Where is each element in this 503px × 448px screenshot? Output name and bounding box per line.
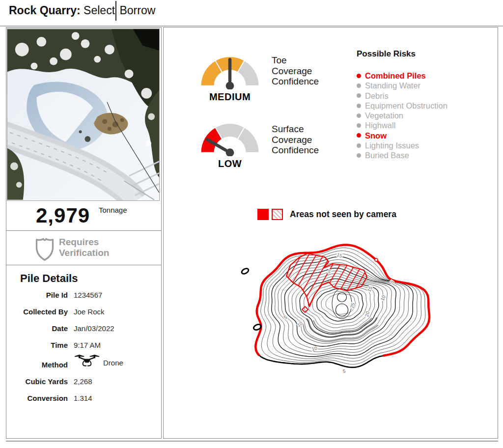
aerial-photo[interactable] bbox=[7, 28, 160, 201]
map-legend: Areas not seen by camera bbox=[257, 209, 396, 220]
detail-value: 1234567 bbox=[74, 291, 102, 299]
verification-section: Requires Verification bbox=[6, 231, 161, 265]
rock-quarry-page: Rock Quarry: Select Borrow bbox=[0, 0, 503, 448]
shield-icon bbox=[34, 234, 56, 262]
detail-label: Cubic Yards bbox=[6, 377, 68, 386]
risk-bullet-icon bbox=[357, 104, 361, 108]
risk-label: Equipment Obstruction bbox=[365, 101, 447, 111]
pile-name-before-caret: Select bbox=[81, 4, 115, 17]
legend-hatched-swatch bbox=[272, 209, 283, 220]
risk-item: Snow bbox=[357, 131, 489, 140]
surface-coverage-gauge: LOW bbox=[198, 118, 262, 158]
page-title[interactable]: Rock Quarry: Select Borrow bbox=[9, 4, 155, 17]
contour-elevation-label: 5 bbox=[283, 314, 288, 321]
risk-list: Combined PilesStanding WaterDebrisEquipm… bbox=[357, 71, 489, 161]
risk-bullet-icon bbox=[357, 93, 361, 98]
risk-bullet-icon bbox=[357, 84, 361, 88]
risk-item: Debris bbox=[357, 91, 489, 101]
quarry-name-label: Rock Quarry: bbox=[9, 4, 81, 17]
risk-item: Lighting Issues bbox=[357, 140, 489, 150]
pile-name-after-caret: Borrow bbox=[116, 4, 155, 17]
pile-details-section: Pile Details Pile Id1234567Collected ByJ… bbox=[6, 265, 161, 411]
detail-label: Conversion bbox=[6, 394, 68, 402]
detail-row: Cubic Yards2,268 bbox=[6, 377, 161, 386]
contour-elevation-label: 20 bbox=[364, 310, 370, 317]
header-divider bbox=[0, 26, 503, 27]
risk-item: Equipment Obstruction bbox=[357, 101, 489, 111]
risk-bullet-icon bbox=[357, 113, 361, 118]
risk-label: Highwall bbox=[365, 120, 395, 130]
pile-details-rows: Pile Id1234567Collected ByJoe RockDateJa… bbox=[6, 291, 161, 402]
risk-label: Vegetation bbox=[365, 111, 403, 120]
legend-label: Areas not seen by camera bbox=[290, 209, 396, 220]
method-icon-wrap bbox=[74, 353, 100, 369]
contour-elevation-label: 15 bbox=[336, 252, 343, 259]
detail-value: 1.314 bbox=[74, 394, 92, 402]
footer-divider bbox=[6, 441, 498, 442]
risk-label: Standing Water bbox=[365, 81, 420, 90]
detail-row: Time9:17 AM bbox=[6, 341, 161, 349]
detail-row: MethodDrone bbox=[6, 358, 161, 369]
drone-icon bbox=[74, 353, 100, 367]
detail-value: Jan/03/2022 bbox=[74, 324, 114, 333]
risk-label: Combined Piles bbox=[365, 71, 426, 81]
risk-item: Vegetation bbox=[357, 111, 489, 120]
detail-label: Collected By bbox=[6, 308, 68, 316]
risk-bullet-icon bbox=[357, 153, 361, 158]
tonnage-label: Tonnage bbox=[99, 206, 127, 214]
tonnage-section: 2,979 Tonnage bbox=[6, 202, 161, 231]
risk-item: Standing Water bbox=[357, 81, 489, 90]
detail-value: Drone bbox=[74, 358, 123, 367]
detail-value: 9:17 AM bbox=[74, 341, 101, 349]
possible-risks-title: Possible Risks bbox=[357, 49, 489, 59]
pile-summary-panel: 2,979 Tonnage Requires Verification Pile… bbox=[6, 27, 162, 439]
risk-label: Buried Base bbox=[365, 150, 409, 160]
gauge-dial bbox=[198, 118, 262, 158]
gauge-level-label: MEDIUM bbox=[198, 91, 262, 103]
toe-coverage-gauge: MEDIUM bbox=[198, 51, 262, 91]
aerial-photo-graphic bbox=[7, 28, 159, 200]
possible-risks-panel: Possible Risks Combined PilesStanding Wa… bbox=[357, 49, 489, 161]
risk-bullet-icon bbox=[357, 133, 361, 138]
detail-row: DateJan/03/2022 bbox=[6, 324, 161, 333]
risk-bullet-icon bbox=[357, 123, 361, 128]
contour-elevation-label: 10 bbox=[311, 345, 318, 352]
gauge-level-label: LOW bbox=[198, 158, 262, 169]
risk-bullet-icon bbox=[357, 74, 361, 78]
detail-row: Conversion1.314 bbox=[6, 394, 161, 402]
contour-elevation-label: 10 bbox=[380, 294, 387, 302]
risk-item: Combined Piles bbox=[357, 71, 489, 81]
detail-label: Time bbox=[6, 341, 68, 349]
gauge-dial bbox=[198, 51, 262, 91]
toe-coverage-gauge-title: ToeCoverageConfidence bbox=[272, 55, 319, 87]
contour-elevation-label: 5 bbox=[342, 368, 346, 374]
analysis-panel: MEDIUM ToeCoverageConfidence LOW Surface… bbox=[163, 27, 498, 439]
risk-item: Buried Base bbox=[357, 150, 489, 160]
contour-elevation-label: 15 bbox=[366, 285, 373, 292]
detail-row: Pile Id1234567 bbox=[6, 291, 161, 299]
requires-verification-label: Requires Verification bbox=[59, 237, 109, 258]
detail-label: Pile Id bbox=[6, 291, 68, 299]
legend-solid-red-swatch bbox=[257, 209, 269, 220]
contour-elevation-label: 25 bbox=[349, 302, 356, 309]
risk-label: Snow bbox=[365, 131, 387, 140]
risk-label: Lighting Issues bbox=[365, 140, 419, 150]
risk-label: Debris bbox=[365, 91, 389, 101]
tonnage-value: 2,979 bbox=[36, 204, 90, 227]
pile-contour-map[interactable]: 515102520510105155 bbox=[227, 229, 448, 393]
risk-item: Highwall bbox=[357, 120, 489, 130]
detail-value: Joe Rock bbox=[74, 308, 105, 316]
detail-value: 2,268 bbox=[74, 377, 92, 386]
detail-row: Collected ByJoe Rock bbox=[6, 308, 161, 316]
detail-label: Method bbox=[6, 361, 68, 369]
surface-coverage-gauge-title: SurfaceCoverageConfidence bbox=[272, 124, 319, 156]
detail-label: Date bbox=[6, 324, 68, 333]
risk-bullet-icon bbox=[357, 143, 361, 148]
pile-details-title: Pile Details bbox=[20, 272, 161, 285]
